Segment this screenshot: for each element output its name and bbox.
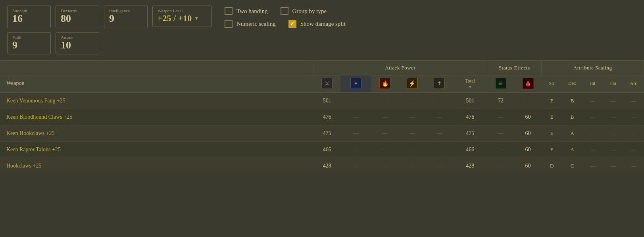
header-weapon-group	[0, 61, 313, 75]
magic-damage-icon: ✦	[350, 78, 361, 89]
col-dex[interactable]: Dex	[562, 75, 582, 93]
weapon-name[interactable]: Keen Hookclaws +25	[0, 125, 313, 142]
two-handing-checkbox[interactable]: Two handing	[225, 7, 268, 15]
arcane-input[interactable]: Arcane 10	[56, 32, 99, 55]
lightning-value: —	[398, 92, 426, 109]
fai-scaling: —	[603, 158, 623, 174]
se2-value: 60	[514, 158, 542, 174]
weapon-name[interactable]: Keen Venomous Fang +25	[0, 92, 313, 109]
weapon-level-input[interactable]: Weapon Level +25 / +10 ▼	[152, 6, 212, 27]
col-int[interactable]: Int	[582, 75, 603, 93]
int-scaling: —	[582, 158, 603, 174]
se1-value: —	[487, 109, 515, 125]
int-scaling: —	[582, 125, 603, 142]
se1-value: —	[487, 142, 515, 158]
col-mag-icon[interactable]: ✦	[340, 75, 371, 93]
fai-scaling: —	[603, 92, 623, 109]
table-row[interactable]: Keen Venomous Fang +25 501 — — — — 501 7…	[0, 92, 644, 109]
group-by-type-box[interactable]	[281, 7, 288, 15]
header-attribute-scaling-group: Attribute Scaling	[542, 61, 644, 75]
dex-scaling: B	[562, 92, 582, 109]
lightning-value: —	[398, 109, 426, 125]
col-arc[interactable]: Arc	[623, 75, 644, 93]
show-damage-split-checkbox[interactable]: Show damage split	[288, 20, 346, 28]
col-total[interactable]: Total ▼	[453, 75, 487, 93]
total-value: 428	[453, 158, 487, 174]
phys-value: 476	[313, 109, 341, 125]
str-scaling: E	[542, 92, 562, 109]
numeric-scaling-checkbox[interactable]: Numeric scaling	[225, 20, 276, 28]
arc-scaling: —	[623, 142, 644, 158]
weapon-name[interactable]: Keen Raptor Talons +25	[0, 142, 313, 158]
dex-scaling: A	[562, 125, 582, 142]
holy-value: —	[426, 158, 453, 174]
strength-value: 16	[12, 13, 45, 25]
faith-label: Faith	[12, 35, 45, 40]
lightning-damage-icon: ⚡	[407, 78, 418, 89]
fire-value: —	[371, 125, 399, 142]
str-scaling: D	[542, 158, 562, 174]
group-by-type-label: Group by type	[292, 8, 327, 15]
dex-scaling: B	[562, 109, 582, 125]
fire-value: —	[371, 158, 399, 174]
mag-value: —	[340, 142, 371, 158]
show-damage-split-label: Show damage split	[300, 21, 346, 27]
faith-input[interactable]: Faith 9	[7, 32, 51, 55]
weapon-level-dropdown-icon[interactable]: ▼	[194, 15, 199, 21]
results-table: Attack Power Status Effects Attribute Sc…	[0, 60, 644, 174]
total-value: 466	[453, 142, 487, 158]
total-value: 475	[453, 125, 487, 142]
fire-value: —	[371, 142, 399, 158]
total-sort-arrow: ▼	[468, 85, 472, 89]
intelligence-input[interactable]: Intelligence 9	[104, 6, 148, 28]
holy-value: —	[426, 142, 453, 158]
arc-scaling: —	[623, 125, 644, 142]
weapon-name[interactable]: Keen Bloodhound Claws +25	[0, 109, 313, 125]
group-by-type-checkbox[interactable]: Group by type	[281, 7, 327, 15]
fire-value: —	[371, 109, 399, 125]
int-scaling: —	[582, 109, 603, 125]
dexterity-input[interactable]: Dexterity 80	[56, 6, 99, 28]
header-status-effects-group: Status Effects	[487, 61, 542, 75]
se1-value: 72	[487, 92, 515, 109]
header-attack-power-group: Attack Power	[313, 61, 487, 75]
se2-value: 60	[514, 109, 542, 125]
se1-value: —	[487, 125, 515, 142]
se2-value: —	[514, 92, 542, 109]
mag-value: —	[340, 109, 371, 125]
strength-input[interactable]: Strength 16	[7, 6, 51, 28]
str-scaling: E	[542, 142, 562, 158]
holy-value: —	[426, 109, 453, 125]
holy-value: —	[426, 92, 453, 109]
weapon-name[interactable]: Hookclaws +25	[0, 158, 313, 174]
lightning-value: —	[398, 125, 426, 142]
col-se2-icon: 🩸	[514, 75, 542, 93]
numeric-scaling-box[interactable]	[225, 20, 233, 28]
phys-value: 466	[313, 142, 341, 158]
col-fai[interactable]: Fai	[603, 75, 623, 93]
dex-scaling: A	[562, 142, 582, 158]
top-bar: Strength 16 Dexterity 80 Intelligence 9 …	[0, 0, 644, 32]
intelligence-value: 9	[109, 13, 142, 25]
total-value: 476	[453, 109, 487, 125]
table-row[interactable]: Keen Bloodhound Claws +25 476 — — — — 47…	[0, 109, 644, 125]
se2-value: 60	[514, 125, 542, 142]
checkboxes-section: Two handing Group by type Numeric scalin…	[225, 6, 346, 28]
group-header-row: Attack Power Status Effects Attribute Sc…	[0, 61, 644, 75]
se2-value: 60	[514, 142, 542, 158]
weapon-level-value: +25 / +10	[158, 13, 192, 23]
col-phys-icon: ⚔	[313, 75, 341, 93]
show-damage-split-box[interactable]	[288, 20, 296, 28]
arc-scaling: —	[623, 158, 644, 174]
table-row[interactable]: Keen Hookclaws +25 475 — — — — 475 — 60 …	[0, 125, 644, 142]
fire-value: —	[371, 92, 399, 109]
col-str[interactable]: Str	[542, 75, 562, 93]
bleed-status-icon: 🩸	[523, 78, 534, 89]
col-header-row: Weapon ⚔ ✦ 🔥	[0, 75, 644, 93]
fai-scaling: —	[603, 109, 623, 125]
table-row[interactable]: Keen Raptor Talons +25 466 — — — — 466 —…	[0, 142, 644, 158]
arc-scaling: —	[623, 109, 644, 125]
table-row[interactable]: Hookclaws +25 428 — — — — 428 — 60 D C —…	[0, 158, 644, 174]
two-handing-box[interactable]	[225, 7, 233, 15]
weapon-level-label: Weapon Level	[158, 8, 206, 13]
